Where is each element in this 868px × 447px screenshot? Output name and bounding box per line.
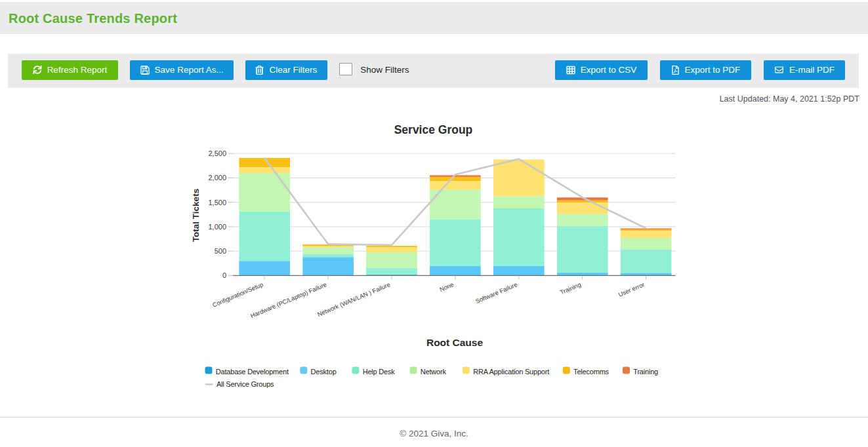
svg-text:Configuration/Setup: Configuration/Setup	[211, 281, 264, 309]
svg-text:User error: User error	[617, 281, 646, 298]
svg-text:None: None	[438, 281, 455, 293]
svg-text:Database Development: Database Development	[216, 368, 289, 376]
svg-text:Software Failure: Software Failure	[474, 281, 518, 305]
svg-text:Telecomms: Telecomms	[573, 368, 610, 376]
svg-text:Help Desk: Help Desk	[363, 368, 396, 376]
svg-text:RRA Application Support: RRA Application Support	[473, 368, 549, 376]
svg-text:1,000: 1,000	[208, 223, 226, 231]
svg-text:2,000: 2,000	[208, 174, 226, 182]
svg-text:Root Cause: Root Cause	[426, 337, 484, 348]
svg-text:Training: Training	[559, 281, 582, 296]
svg-text:Desktop: Desktop	[311, 368, 337, 376]
svg-text:Network: Network	[421, 368, 447, 376]
svg-text:Total Tickets: Total Tickets	[191, 189, 201, 242]
svg-text:Network (WAN/LAN ) Failure: Network (WAN/LAN ) Failure	[316, 281, 391, 318]
svg-text:All Service Groups: All Service Groups	[217, 380, 274, 388]
svg-text:1,500: 1,500	[208, 199, 226, 206]
svg-text:Service Group: Service Group	[394, 123, 473, 136]
svg-text:500: 500	[215, 247, 226, 255]
svg-text:0: 0	[222, 271, 226, 279]
svg-text:Training: Training	[633, 368, 658, 376]
svg-text:2,500: 2,500	[208, 149, 226, 157]
